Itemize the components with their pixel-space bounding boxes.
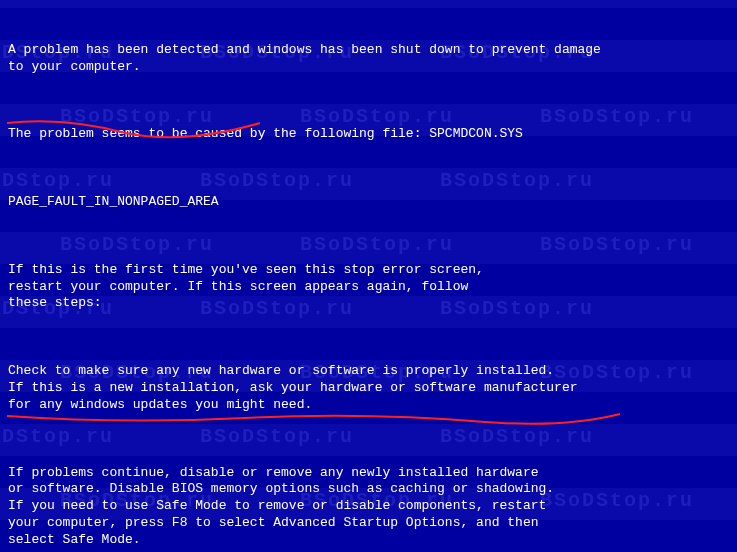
- bsod-problems-continue: If problems continue, disable or remove …: [8, 465, 729, 549]
- bsod-check-hardware: Check to make sure any new hardware or s…: [8, 363, 729, 414]
- bsod-error-name: PAGE_FAULT_IN_NONPAGED_AREA: [8, 194, 729, 211]
- bsod-cause: The problem seems to be caused by the fo…: [8, 126, 729, 143]
- bsod-content: A problem has been detected and windows …: [8, 8, 729, 552]
- bsod-intro: A problem has been detected and windows …: [8, 42, 729, 76]
- error-name-text: PAGE_FAULT_IN_NONPAGED_AREA: [8, 194, 219, 209]
- bsod-first-time: If this is the first time you've seen th…: [8, 262, 729, 313]
